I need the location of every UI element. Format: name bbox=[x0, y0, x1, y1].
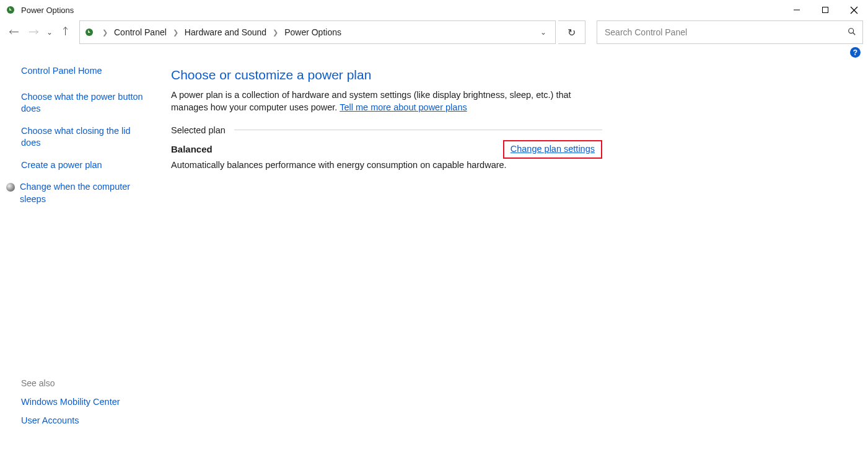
sidebar-link-create-plan[interactable]: Create a power plan bbox=[21, 159, 146, 172]
power-options-icon bbox=[5, 4, 16, 16]
svg-point-6 bbox=[849, 28, 854, 33]
divider bbox=[234, 130, 602, 130]
sidebar-link-closing-lid[interactable]: Choose what closing the lid does bbox=[21, 125, 146, 149]
close-button[interactable] bbox=[840, 0, 868, 20]
svg-line-7 bbox=[853, 32, 856, 35]
page-description: A power plan is a collection of hardware… bbox=[171, 89, 602, 114]
breadcrumb-item[interactable]: Power Options bbox=[282, 27, 344, 37]
minimize-button[interactable] bbox=[783, 0, 811, 20]
search-icon[interactable] bbox=[848, 27, 856, 38]
window-controls bbox=[783, 0, 868, 20]
see-also-section: See also Windows Mobility Center User Ac… bbox=[21, 378, 146, 440]
breadcrumb-separator: ❯ bbox=[269, 29, 282, 37]
address-bar[interactable]: ❯ Control Panel ❯ Hardware and Sound ❯ P… bbox=[79, 20, 556, 44]
help-icon[interactable]: ? bbox=[850, 47, 861, 58]
see-also-user-accounts[interactable]: User Accounts bbox=[21, 415, 146, 425]
see-also-label: See also bbox=[21, 378, 146, 388]
breadcrumb-item[interactable]: Hardware and Sound bbox=[182, 27, 269, 37]
svg-rect-2 bbox=[823, 7, 828, 13]
address-dropdown[interactable]: ⌄ bbox=[535, 28, 551, 37]
maximize-button[interactable] bbox=[811, 0, 840, 20]
tell-me-more-link[interactable]: Tell me more about power plans bbox=[340, 102, 467, 112]
change-plan-settings-link[interactable]: Change plan settings bbox=[503, 140, 602, 159]
see-also-mobility-center[interactable]: Windows Mobility Center bbox=[21, 397, 146, 407]
sidebar-link-power-button[interactable]: Choose what the power button does bbox=[21, 91, 146, 115]
selected-plan-label: Selected plan bbox=[171, 125, 234, 135]
main-content: Choose or customize a power plan A power… bbox=[159, 58, 617, 448]
refresh-button[interactable]: ↻ bbox=[558, 20, 585, 44]
sidebar-link-change-sleep[interactable]: Change when the computer sleeps bbox=[20, 181, 146, 205]
forward-button[interactable]: 🡒 bbox=[25, 24, 42, 41]
sidebar: Control Panel Home Choose what the power… bbox=[0, 58, 159, 448]
toolbar: 🡐 🡒 ⌄ 🡑 ❯ Control Panel ❯ Hardware and S… bbox=[0, 20, 868, 45]
bullet-icon bbox=[6, 183, 15, 192]
selected-plan-section: Selected plan bbox=[171, 125, 602, 135]
window-title: Power Options bbox=[21, 6, 74, 15]
search-input[interactable] bbox=[603, 27, 848, 38]
search-box[interactable] bbox=[597, 20, 863, 44]
back-button[interactable]: 🡐 bbox=[5, 24, 22, 41]
breadcrumb-separator: ❯ bbox=[99, 29, 112, 37]
control-panel-home-link[interactable]: Control Panel Home bbox=[21, 65, 146, 78]
breadcrumb-item[interactable]: Control Panel bbox=[112, 27, 169, 37]
plan-description: Automatically balances performance with … bbox=[171, 160, 602, 170]
power-options-icon bbox=[84, 27, 95, 38]
titlebar: Power Options bbox=[0, 0, 868, 20]
up-button[interactable]: 🡑 bbox=[57, 24, 74, 41]
breadcrumb-separator: ❯ bbox=[169, 29, 182, 37]
page-heading: Choose or customize a power plan bbox=[171, 68, 602, 82]
plan-name: Balanced bbox=[171, 144, 213, 154]
history-dropdown[interactable]: ⌄ bbox=[45, 28, 55, 37]
